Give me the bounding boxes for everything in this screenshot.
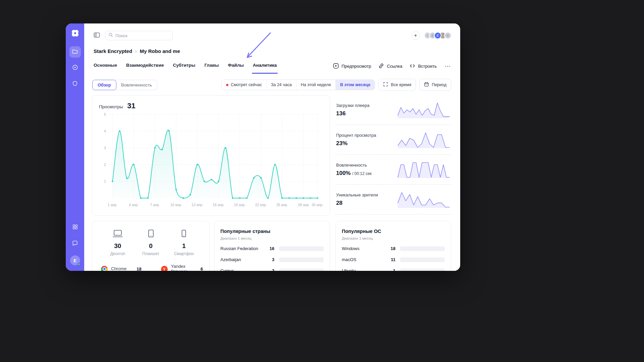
svg-text:19 апр.: 19 апр. [234,203,246,207]
desktop-icon [112,229,123,239]
filter-this-week[interactable]: На этой неделе [296,80,335,90]
svg-text:22 апр.: 22 апр. [255,203,267,207]
os-card-title: Популярные ОС [342,229,445,234]
user-avatar-initial: E [73,258,76,263]
device-tablet: 0 Планшет [136,229,166,256]
bar-track [400,246,445,251]
search-input-wrapper [105,31,173,40]
browsers-row: Chrome 18 Yandex Browser 6 [100,264,202,271]
popular-os-card: Популярные ОС Диапазон 1 месяц Windows 1… [335,221,451,271]
sidebar-item-projects[interactable] [69,46,81,58]
engagement-sparkline [397,160,450,179]
sidebar-item-security[interactable] [69,78,81,90]
filter-watching-now[interactable]: Смотрят сейчас [222,80,266,90]
search-input[interactable] [115,33,169,38]
bottom-left-row: 30 Десктоп 0 [92,221,330,271]
stat-player-loads: Загрузки плеера 136 [335,95,451,125]
calendar-icon [424,82,429,88]
tab-chapters[interactable]: Главы [204,63,219,74]
svg-text:1: 1 [104,179,106,183]
filter-24h[interactable]: За 24 часа [266,80,296,90]
member-avatar[interactable]: D [444,32,451,39]
view-toggle-overview[interactable]: Обзор [92,80,116,90]
bar-track [279,257,324,262]
country-row: Russian Federation 16 [220,246,324,251]
breadcrumb-project[interactable]: Stark Encrypted [94,48,132,54]
link-button[interactable]: Ссылка [378,63,402,70]
tab-analytics[interactable]: Аналитика [253,63,277,74]
topbar-right: + C E E D [411,31,451,40]
online-status-dot [77,263,80,266]
countries-range-label: Диапазон 1 месяц [220,236,324,240]
tablet-icon [148,229,154,239]
analytics-controls: Обзор Вовлеченность Смотрят сейчас За 24… [92,79,451,91]
sidebar-item-media[interactable] [69,62,81,74]
device-desktop: 30 Десктоп [103,229,133,256]
sidebar-item-apps[interactable] [69,222,81,233]
svg-text:13 апр.: 13 апр. [192,203,203,207]
stat-watch-percent: Процент просмотра 23% [335,125,451,155]
tabs: Основные Взаимодействие Субтитры Главы Ф… [94,63,277,74]
os-range-label: Диапазон 1 месяц [342,236,445,240]
sidebar-toggle-button[interactable] [94,32,100,39]
watch-percent-sparkline [397,130,450,149]
panel-toggle-icon [94,32,100,39]
svg-text:4 апр.: 4 апр. [129,203,139,207]
views-chart-card: Просмотры 31 123451 апр.4 апр.7 апр.10 а… [92,95,330,216]
svg-text:30 апр.: 30 апр. [312,203,323,207]
time-filter-group: Смотрят сейчас За 24 часа На этой неделе… [221,79,375,90]
chrome-icon [101,266,108,271]
os-row: Windows 18 [342,246,445,251]
views-title: Просмотры [99,104,123,109]
member-avatar[interactable]: E [434,32,441,39]
link-icon [378,63,384,70]
filter-period[interactable]: Период [419,79,451,91]
stats-column: Загрузки плеера 136 Процент просмотра 23… [335,95,451,215]
tab-interaction[interactable]: Взаимодействие [126,63,164,74]
more-actions-button[interactable]: ⋯ [444,63,451,70]
device-smartphone: 1 Смартфон [169,229,199,256]
preview-button[interactable]: Предпросмотр [333,63,371,70]
tab-main[interactable]: Основные [94,63,117,74]
browser-chrome: Chrome 18 [101,266,142,271]
view-toggle: Обзор Вовлеченность [92,80,157,90]
desktop-background: E [0,0,644,362]
embed-button[interactable]: Встроить [410,63,437,69]
user-avatar[interactable]: E [70,255,80,265]
main-area: + C E E D Stark Encrypted › My Robo and … [84,23,460,271]
view-toggle-engagement[interactable]: Вовлеченность [116,80,157,90]
time-filters: Смотрят сейчас За 24 часа На этой неделе… [221,79,451,91]
bar-track [400,257,445,262]
stat-unique-viewers: Уникальные зрители 28 [335,185,451,215]
svg-text:7 апр.: 7 апр. [150,203,160,207]
countries-card-title: Популярные страны [220,229,324,234]
tab-files[interactable]: Файлы [228,63,244,74]
player-loads-sparkline [397,100,450,120]
svg-text:28 апр: 28 апр [298,203,309,207]
preview-icon [333,63,339,70]
devices-card: 30 Десктоп 0 [92,221,210,271]
svg-text:10 апр.: 10 апр. [170,203,182,207]
shield-icon [72,80,78,88]
tabs-row: Основные Взаимодействие Субтитры Главы Ф… [94,63,451,74]
breadcrumb: Stark Encrypted › My Robo and me [94,48,451,54]
filter-this-month[interactable]: В этом месяце [335,80,375,90]
svg-text:1 апр.: 1 апр. [108,203,117,207]
filter-all-time[interactable]: Все время [378,79,416,91]
sidebar-item-chat[interactable] [69,238,81,249]
tab-subtitles[interactable]: Субтитры [173,63,195,74]
video-actions: Предпросмотр Ссылка [333,63,451,70]
browser-yandex: Yandex Browser 6 [161,264,203,271]
countries-rows: Russian Federation 16 Azerbaijan 3 Cypru… [220,246,324,271]
svg-text:2: 2 [104,163,106,167]
chat-bubble-icon [72,240,78,248]
country-row: Azerbaijan 3 [220,257,324,262]
add-member-button[interactable]: + [411,31,420,40]
app-logo-icon[interactable] [71,29,79,39]
svg-text:16 апр.: 16 апр. [213,203,224,207]
embed-code-icon [410,63,415,69]
apps-grid-icon [72,224,78,231]
smartphone-icon [181,229,186,239]
os-rows: Windows 18 macOS 11 Ubuntu 1 [342,246,445,271]
chevron-right-icon: › [135,49,137,54]
